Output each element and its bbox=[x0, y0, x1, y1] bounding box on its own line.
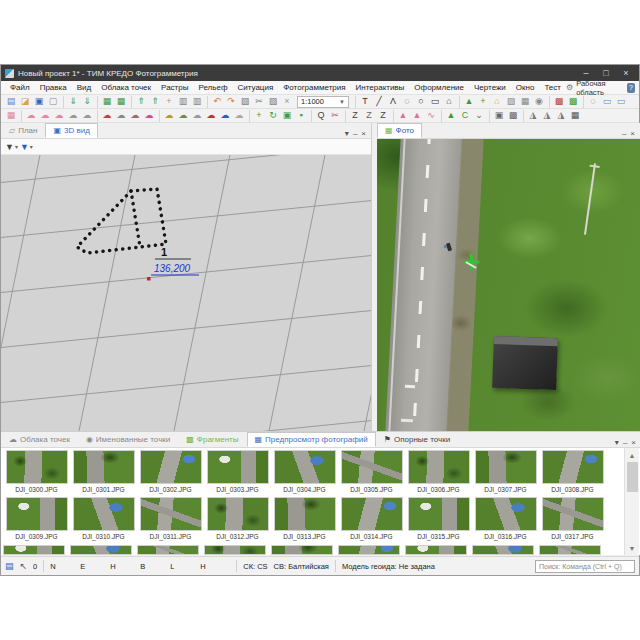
photo-thumbnail[interactable]: DJI_0310.JPG bbox=[70, 497, 137, 544]
height-system[interactable]: СВ: Балтийская bbox=[274, 562, 329, 571]
clipboard-icon[interactable]: ▢ bbox=[46, 95, 60, 108]
profile-cut-icon[interactable]: ✂ bbox=[328, 109, 342, 122]
table-export-icon[interactable]: ▦ bbox=[114, 95, 128, 108]
scroll-down-icon[interactable]: ▼ bbox=[625, 541, 640, 555]
menu-item[interactable]: Тест bbox=[539, 83, 566, 92]
panel-dropdown-icon[interactable]: ▾ bbox=[345, 129, 349, 138]
scroll-up-icon[interactable]: ▲ bbox=[625, 448, 640, 462]
export-up-icon[interactable]: ⇑ bbox=[134, 95, 148, 108]
menu-item[interactable]: Оформление bbox=[409, 83, 469, 92]
mask-red-icon[interactable]: ▩ bbox=[552, 95, 566, 108]
view-box-icon[interactable]: ▣ bbox=[492, 109, 506, 122]
georeference-icon[interactable]: ⌂ bbox=[490, 95, 504, 108]
slope-1-icon[interactable]: ▲ bbox=[396, 109, 410, 122]
ellipse-tool-icon[interactable]: ◌ bbox=[400, 95, 414, 108]
panel-close-icon[interactable]: × bbox=[630, 129, 635, 138]
lasso-icon[interactable]: ◌ bbox=[586, 95, 600, 108]
cloud-cut-icon[interactable]: ☁ bbox=[142, 109, 156, 122]
menu-item[interactable]: Растры bbox=[156, 83, 193, 92]
terrain-2-icon[interactable]: ◮ bbox=[540, 109, 554, 122]
cloud-import-icon[interactable]: ☁ bbox=[52, 109, 66, 122]
bottom-tab[interactable]: ☁ Облака точек bbox=[1, 432, 78, 447]
bottom-tab[interactable]: ▩ Фрагменты bbox=[178, 432, 246, 447]
slope-2-icon[interactable]: ▲ bbox=[410, 109, 424, 122]
photo-thumbnail[interactable]: DJI_0305.JPG bbox=[338, 450, 405, 497]
panel-close-icon[interactable]: × bbox=[361, 129, 366, 138]
workspace-label[interactable]: Рабочая область bbox=[576, 79, 624, 97]
text-tool-icon[interactable]: T bbox=[358, 95, 372, 108]
tab-photo[interactable]: ▦ Фото bbox=[377, 123, 422, 138]
menu-item[interactable]: Интерактивы bbox=[351, 83, 410, 92]
menu-item[interactable]: Файл bbox=[5, 83, 35, 92]
photo-thumbnail[interactable]: DJI_0314.JPG bbox=[338, 497, 405, 544]
import-points-icon[interactable]: ⇓ bbox=[66, 95, 80, 108]
image-icon[interactable]: ▦ bbox=[518, 95, 532, 108]
terrain-1-icon[interactable]: ◮ bbox=[526, 109, 540, 122]
grid-dark-icon[interactable]: ▦ bbox=[568, 109, 582, 122]
z-max-icon[interactable]: Z bbox=[376, 109, 390, 122]
menu-item[interactable]: Правка bbox=[35, 83, 72, 92]
menu-item[interactable]: Чертежи bbox=[469, 83, 511, 92]
panel-close-icon[interactable]: × bbox=[631, 438, 636, 447]
geoid-model[interactable]: Модель геоида: Не задана bbox=[342, 562, 435, 571]
cloud-outline-icon[interactable]: ☁ bbox=[66, 109, 80, 122]
save-icon[interactable]: ▣ bbox=[32, 95, 46, 108]
undo-icon[interactable]: ↶ bbox=[210, 95, 224, 108]
arc-icon[interactable]: C bbox=[458, 109, 472, 122]
box-green-icon[interactable]: ▣ bbox=[280, 109, 294, 122]
cloud-gray-icon[interactable]: ☁ bbox=[190, 109, 204, 122]
view-tab[interactable]: ▣ 3D вид bbox=[45, 123, 97, 138]
bottom-tab[interactable]: ▦ Предпросмотр фотографий bbox=[247, 432, 376, 447]
polyline-tool-icon[interactable]: Λ bbox=[386, 95, 400, 108]
menu-item[interactable]: Облака точек bbox=[96, 83, 156, 92]
table-import-icon[interactable]: ▦ bbox=[100, 95, 114, 108]
thumbnails-scrollbar[interactable]: ▲ ▼ bbox=[624, 448, 639, 555]
photo-thumbnail[interactable]: DJI_0313.JPG bbox=[271, 497, 338, 544]
open-folder-icon[interactable]: ◪ bbox=[18, 95, 32, 108]
cut-icon[interactable]: ✂ bbox=[252, 95, 266, 108]
polygon-tool-icon[interactable]: ⌂ bbox=[442, 95, 456, 108]
z-mean-icon[interactable]: Z bbox=[362, 109, 376, 122]
cloud-filter-icon[interactable]: ☁ bbox=[128, 109, 142, 122]
cloud-building-icon[interactable]: ☁ bbox=[176, 109, 190, 122]
cloud-ground-icon[interactable]: ☁ bbox=[162, 109, 176, 122]
photo-thumbnail[interactable]: DJI_0301.JPG bbox=[70, 450, 137, 497]
scale-select[interactable]: 1:1000 ▼ bbox=[297, 96, 349, 108]
photo-thumbnail[interactable]: DJI_0309.JPG bbox=[3, 497, 70, 544]
redo-icon[interactable]: ↷ bbox=[224, 95, 238, 108]
menu-item[interactable]: Фотограмметрия bbox=[278, 83, 350, 92]
photo-thumbnail[interactable]: DJI_0317.JPG bbox=[539, 497, 606, 544]
photo-thumbnail[interactable]: DJI_0307.JPG bbox=[472, 450, 539, 497]
menu-item[interactable]: Ситуация bbox=[233, 83, 279, 92]
photo-thumbnail[interactable]: DJI_0302.JPG bbox=[137, 450, 204, 497]
delete-icon[interactable]: × bbox=[280, 95, 294, 108]
panel-minimize-icon[interactable]: – bbox=[623, 438, 627, 447]
copy-icon[interactable]: ▥ bbox=[176, 95, 190, 108]
terrain-3-icon[interactable]: ◮ bbox=[554, 109, 568, 122]
surface-icon[interactable]: ▲ bbox=[462, 95, 476, 108]
copy-alt-icon[interactable]: ▥ bbox=[190, 95, 204, 108]
new-file-icon[interactable]: ▤ bbox=[4, 95, 18, 108]
photo-thumbnail[interactable]: DJI_0315.JPG bbox=[405, 497, 472, 544]
cloud-hide-icon[interactable]: ☁ bbox=[232, 109, 246, 122]
filter-visibility-icon[interactable]: ▼▾ bbox=[20, 142, 33, 152]
coordinate-system[interactable]: СК: CS bbox=[243, 562, 267, 571]
status-printer-icon[interactable]: ▤ bbox=[5, 561, 14, 571]
wave-icon[interactable]: ∿ bbox=[424, 109, 438, 122]
command-search-input[interactable]: Поиск: Команда (Ctrl + Q) bbox=[535, 560, 635, 573]
export-up-alt-icon[interactable]: ⇑ bbox=[148, 95, 162, 108]
3d-viewport[interactable]: 1 136,200 bbox=[1, 155, 371, 431]
cloud-save-icon[interactable]: ☁ bbox=[38, 109, 52, 122]
photo-thumbnail[interactable]: DJI_0306.JPG bbox=[405, 450, 472, 497]
gear-icon[interactable]: ⚙ bbox=[566, 83, 573, 92]
cloud-open-icon[interactable]: ☁ bbox=[24, 109, 38, 122]
photo-thumbnail[interactable]: DJI_0311.JPG bbox=[137, 497, 204, 544]
window-2-icon[interactable]: ▭ bbox=[614, 95, 628, 108]
raster-icon[interactable]: ▧ bbox=[504, 95, 518, 108]
photo-thumbnail[interactable]: DJI_0316.JPG bbox=[472, 497, 539, 544]
box-green-small-icon[interactable]: ▪ bbox=[294, 109, 308, 122]
z-min-icon[interactable]: Z bbox=[348, 109, 362, 122]
scrollbar-thumb[interactable] bbox=[627, 462, 638, 492]
panel-minimize-icon[interactable]: – bbox=[353, 129, 357, 138]
help-icon[interactable]: ? bbox=[627, 83, 635, 93]
